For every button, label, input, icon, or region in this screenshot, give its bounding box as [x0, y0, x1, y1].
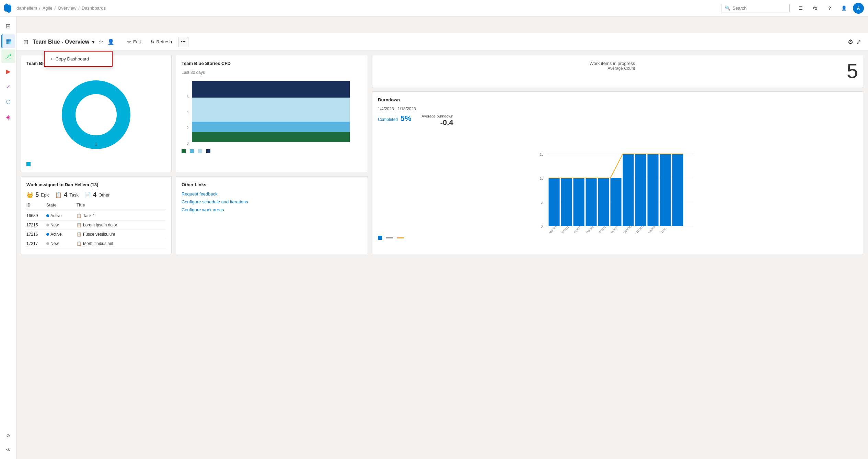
link-configure-schedule[interactable]: Configure schedule and iterations: [182, 199, 362, 204]
sidebar-item-home[interactable]: ⊞: [1, 19, 15, 33]
svg-text:10: 10: [540, 177, 544, 180]
shopping-bag-icon[interactable]: 🛍: [810, 3, 821, 14]
ellipsis-icon: •••: [181, 39, 186, 44]
svg-rect-39: [635, 154, 646, 226]
burndown-legend-gray: [386, 236, 393, 240]
svg-text:3: 3: [257, 146, 259, 146]
cfd-legend-item-1: [182, 149, 186, 153]
help-icon[interactable]: ?: [824, 3, 835, 14]
link-configure-work-areas[interactable]: Configure work areas: [182, 207, 362, 212]
sidebar-item-artifacts[interactable]: ⬡: [1, 95, 15, 109]
row-type-icon: 📋: [77, 223, 82, 227]
breadcrumb-dashboards[interactable]: Dashboards: [82, 5, 106, 11]
col-header-id: ID: [26, 203, 44, 208]
svg-rect-11: [192, 81, 350, 98]
settings-gear-icon[interactable]: ⚙: [848, 38, 853, 46]
breadcrumb-user[interactable]: danhellem: [16, 5, 37, 11]
more-options-button[interactable]: •••: [178, 37, 188, 47]
search-box[interactable]: 🔍: [721, 4, 790, 12]
sidebar-item-testplans[interactable]: ✓: [1, 80, 15, 93]
account-icon[interactable]: 👤: [838, 3, 849, 14]
right-column: Work items in progress Average Count 5 B…: [372, 55, 864, 254]
task-label: Task: [69, 192, 79, 198]
row-title: 📋 Lorem ipsum dolor: [77, 223, 166, 227]
star-icon[interactable]: ☆: [99, 38, 103, 45]
work-summary-epic: 👑 5 Epic: [26, 191, 49, 199]
refresh-icon: ↻: [151, 39, 154, 44]
burndown-avg-value: -0.4: [421, 118, 453, 127]
sidebar-settings[interactable]: ⚙: [1, 429, 15, 443]
svg-rect-37: [611, 178, 622, 226]
cfd-subtitle: Last 30 days: [182, 70, 362, 75]
expand-icon[interactable]: ⤢: [856, 38, 861, 46]
copy-dashboard-item[interactable]: + Copy Dashboard: [45, 54, 112, 64]
burndown-svg: 0 5 10 15: [378, 130, 858, 233]
svg-rect-12: [192, 98, 350, 122]
cfd-legend-box-3: [198, 149, 202, 153]
svg-text:1: 1: [95, 142, 97, 147]
row-state: Active: [46, 213, 74, 218]
row-title: 📋 Morbi finibus ant: [77, 241, 166, 246]
row-type-icon: 📋: [77, 213, 82, 218]
svg-text:13: 13: [312, 146, 316, 146]
plus-icon: +: [50, 56, 53, 61]
sidebar-collapse[interactable]: ≪: [1, 443, 15, 456]
work-items-label: Work items in progress: [589, 61, 635, 66]
state-dot: [46, 214, 49, 217]
notifications-icon[interactable]: ☰: [795, 3, 806, 14]
task-icon: 📋: [55, 192, 62, 198]
work-assigned-card: Work assigned to Dan Hellem (13) 👑 5 Epi…: [21, 176, 172, 254]
sidebar-item-ext[interactable]: ◈: [1, 110, 15, 124]
row-id: 17216: [26, 232, 44, 237]
dashboard-header-right: ⚙ ⤢: [848, 38, 861, 46]
other-links-list: Request feedbackConfigure schedule and i…: [182, 191, 362, 212]
svg-rect-33: [561, 178, 572, 226]
svg-text:1/6/2023: 1/6/2023: [572, 225, 582, 233]
azure-devops-logo[interactable]: [4, 3, 14, 13]
table-row: 17215 New 📋 Lorem ipsum dolor: [26, 221, 166, 230]
person-manage-icon[interactable]: 👤: [107, 38, 114, 45]
svg-text:4: 4: [187, 111, 189, 114]
work-items-sublabel: Average Count: [589, 66, 635, 71]
other-count: 4: [93, 191, 96, 199]
table-row: 17217 New 📋 Morbi finibus ant: [26, 239, 166, 248]
svg-rect-34: [574, 178, 585, 226]
burndown-avg: Average burndown -0.4: [421, 114, 453, 127]
breadcrumb-overview[interactable]: Overview: [58, 5, 76, 11]
epic-label: Epic: [41, 192, 49, 198]
breadcrumb-agile[interactable]: Agile: [43, 5, 53, 11]
sidebar-item-boards[interactable]: ▦: [1, 34, 15, 48]
refresh-button[interactable]: ↻ Refresh: [147, 37, 176, 46]
cfd-legend-box-4: [206, 149, 210, 153]
chevron-down-icon[interactable]: ▾: [92, 39, 94, 45]
state-dot: [46, 242, 49, 245]
svg-text:29: 29: [235, 146, 239, 146]
search-input[interactable]: [732, 5, 786, 11]
burndown-chart: 0 5 10 15: [378, 130, 858, 240]
svg-text:1/9/2023: 1/9/2023: [609, 225, 619, 233]
sidebar-item-pipelines[interactable]: ▶: [1, 65, 15, 78]
row-id: 16689: [26, 213, 44, 218]
link-request-feedback[interactable]: Request feedback: [182, 191, 362, 197]
dashboard-title-text: Team Blue - Overview: [33, 39, 89, 45]
search-icon: 🔍: [725, 5, 730, 11]
cfd-title: Team Blue Stories CFD: [182, 61, 362, 66]
work-rows: 16689 Active 📋 Task 1 17215 New 📋 Lorem …: [26, 211, 166, 248]
burndown-completed-label: Completed: [378, 117, 398, 122]
other-links-title: Other Links: [182, 182, 362, 187]
state-dot: [46, 233, 49, 236]
dashboard-header: ⊞ Team Blue - Overview ▾ ☆ 👤 ✏ Edit ↻ Re…: [16, 33, 868, 51]
cfd-svg: 0 2 4 6: [182, 78, 353, 146]
burndown-legend-line-orange: [397, 237, 404, 238]
work-summary: 👑 5 Epic 📋 4 Task 📄 4 Other: [26, 191, 166, 199]
svg-text:1/4/2023: 1/4/2023: [547, 225, 557, 233]
other-icon: 📄: [84, 192, 91, 198]
topnav-icons: ☰ 🛍 ? 👤 A: [795, 3, 864, 14]
svg-rect-38: [623, 154, 634, 226]
edit-button[interactable]: ✏ Edit: [124, 37, 144, 46]
svg-rect-40: [648, 154, 659, 226]
sidebar-item-repos[interactable]: ⎇: [1, 49, 15, 63]
svg-rect-32: [549, 178, 560, 226]
user-avatar[interactable]: A: [853, 3, 864, 14]
epic-count: 5: [35, 191, 39, 199]
